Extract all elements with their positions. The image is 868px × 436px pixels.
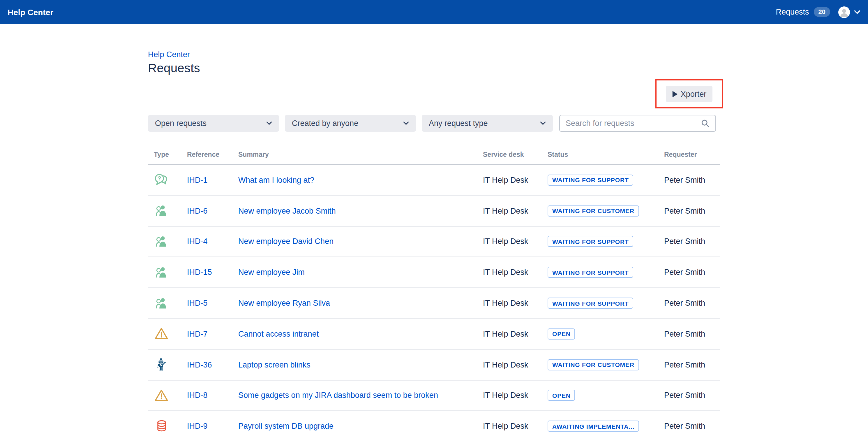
request-reference-link[interactable]: IHD-5 bbox=[187, 299, 208, 308]
warning-icon bbox=[153, 326, 170, 342]
request-requester: Peter Smith bbox=[664, 176, 705, 184]
column-header-summary: Summary bbox=[238, 151, 269, 158]
filter-created-by-dropdown[interactable]: Created by anyone bbox=[285, 115, 416, 132]
app-title: Help Center bbox=[7, 7, 53, 17]
filter-request-type-dropdown[interactable]: Any request type bbox=[422, 115, 553, 132]
request-status-badge: OPEN bbox=[548, 328, 575, 340]
database-icon bbox=[153, 418, 170, 434]
request-reference-link[interactable]: IHD-7 bbox=[187, 330, 208, 338]
request-service-desk: IT Help Desk bbox=[483, 237, 528, 246]
request-requester: Peter Smith bbox=[664, 330, 705, 338]
request-row: IHD-4 New employee David Chen IT Help De… bbox=[148, 227, 720, 257]
user-avatar[interactable] bbox=[838, 6, 850, 18]
person-icon bbox=[838, 6, 850, 18]
request-reference-link[interactable]: IHD-36 bbox=[187, 360, 212, 369]
request-summary-link[interactable]: New employee David Chen bbox=[238, 237, 334, 246]
request-reference-link[interactable]: IHD-4 bbox=[187, 237, 208, 246]
column-header-requester: Requester bbox=[664, 151, 697, 158]
request-summary-link[interactable]: Some gadgets on my JIRA dashboard seem t… bbox=[238, 391, 438, 400]
request-requester: Peter Smith bbox=[664, 237, 705, 246]
request-row: IHD-36 Laptop screen blinks IT Help Desk… bbox=[148, 350, 720, 381]
request-status-badge: WAITING FOR SUPPORT bbox=[548, 267, 633, 278]
search-icon bbox=[701, 119, 710, 128]
request-row: ? IHD-1 What am I looking at? IT Help De… bbox=[148, 165, 720, 196]
request-status-cell: AWAITING IMPLEMENTA... bbox=[548, 421, 639, 432]
filter-request-type-value: Any request type bbox=[429, 119, 488, 128]
requests-table: Type Reference Summary Service desk Stat… bbox=[148, 143, 720, 436]
filter-open-requests-value: Open requests bbox=[155, 119, 207, 128]
request-status-cell: WAITING FOR CUSTOMER bbox=[548, 359, 639, 370]
request-row: IHD-9 Payroll system DB upgrade IT Help … bbox=[148, 411, 720, 436]
request-summary-link[interactable]: Payroll system DB upgrade bbox=[238, 422, 334, 431]
request-status-cell: OPEN bbox=[548, 390, 575, 401]
filter-open-requests-dropdown[interactable]: Open requests bbox=[148, 115, 279, 132]
request-row: IHD-15 New employee Jim IT Help Desk WAI… bbox=[148, 257, 720, 288]
request-service-desk: IT Help Desk bbox=[483, 391, 528, 400]
xporter-label: Xporter bbox=[681, 89, 707, 98]
request-requester: Peter Smith bbox=[664, 422, 705, 431]
nav-requests-label: Requests bbox=[776, 7, 809, 16]
request-summary-link[interactable]: New employee Jim bbox=[238, 268, 305, 277]
request-reference-link[interactable]: IHD-8 bbox=[187, 391, 208, 400]
request-status-cell: WAITING FOR SUPPORT bbox=[548, 236, 633, 247]
request-status-badge: OPEN bbox=[548, 390, 575, 401]
column-header-service-desk: Service desk bbox=[483, 151, 524, 158]
request-status-badge: WAITING FOR CUSTOMER bbox=[548, 359, 639, 370]
user-menu-chevron-icon[interactable] bbox=[854, 10, 861, 14]
request-row: IHD-5 New employee Ryan Silva IT Help De… bbox=[148, 288, 720, 319]
column-header-type: Type bbox=[154, 151, 169, 158]
column-header-status: Status bbox=[548, 151, 568, 158]
warning-icon bbox=[153, 388, 170, 403]
top-navbar: Help Center Requests 20 bbox=[0, 0, 868, 24]
request-service-desk: IT Help Desk bbox=[483, 360, 528, 369]
team-icon bbox=[153, 203, 170, 219]
table-body: ? IHD-1 What am I looking at? IT Help De… bbox=[148, 165, 720, 436]
request-status-badge: WAITING FOR SUPPORT bbox=[548, 175, 633, 186]
request-row: IHD-7 Cannot access intranet IT Help Des… bbox=[148, 319, 720, 350]
request-service-desk: IT Help Desk bbox=[483, 176, 528, 184]
request-reference-link[interactable]: IHD-9 bbox=[187, 422, 208, 431]
request-summary-link[interactable]: What am I looking at? bbox=[238, 176, 314, 184]
request-service-desk: IT Help Desk bbox=[483, 268, 528, 277]
request-reference-link[interactable]: IHD-1 bbox=[187, 176, 208, 184]
request-reference-link[interactable]: IHD-6 bbox=[187, 206, 208, 215]
question-bubbles-icon: ? bbox=[153, 172, 170, 188]
request-requester: Peter Smith bbox=[664, 206, 705, 215]
xporter-button[interactable]: Xporter bbox=[666, 86, 712, 102]
search-input[interactable] bbox=[566, 119, 697, 128]
team-icon bbox=[153, 234, 170, 250]
search-requests-field[interactable] bbox=[559, 115, 716, 132]
request-summary-link[interactable]: Laptop screen blinks bbox=[238, 360, 310, 369]
breadcrumb-help-center-link[interactable]: Help Center bbox=[148, 50, 190, 59]
nav-requests-link[interactable]: Requests 20 bbox=[776, 7, 830, 17]
chevron-down-icon bbox=[540, 121, 546, 125]
navbar-right-cluster: Requests 20 bbox=[776, 6, 861, 18]
help-center-screen: Help Center Requests 20 Help Center Requ… bbox=[0, 0, 868, 436]
request-service-desk: IT Help Desk bbox=[483, 206, 528, 215]
request-reference-link[interactable]: IHD-15 bbox=[187, 268, 212, 277]
request-requester: Peter Smith bbox=[664, 391, 705, 400]
request-status-badge: WAITING FOR SUPPORT bbox=[548, 236, 633, 247]
request-row: IHD-6 New employee Jacob Smith IT Help D… bbox=[148, 196, 720, 227]
svg-text:?: ? bbox=[158, 175, 161, 182]
request-summary-link[interactable]: Cannot access intranet bbox=[238, 330, 319, 338]
page-title: Requests bbox=[148, 61, 200, 75]
chevron-down-icon bbox=[403, 121, 409, 125]
request-status-cell: WAITING FOR SUPPORT bbox=[548, 297, 633, 309]
requests-count-badge: 20 bbox=[814, 7, 830, 17]
request-status-cell: OPEN bbox=[548, 328, 575, 340]
request-summary-link[interactable]: New employee Ryan Silva bbox=[238, 299, 330, 308]
team-icon bbox=[153, 265, 170, 280]
chevron-down-icon bbox=[266, 121, 272, 125]
request-status-badge: WAITING FOR SUPPORT bbox=[548, 297, 633, 309]
table-header-row: Type Reference Summary Service desk Stat… bbox=[148, 143, 720, 165]
main-content: Help Center Requests Xporter Open reques… bbox=[148, 24, 720, 436]
play-icon bbox=[672, 90, 678, 98]
request-requester: Peter Smith bbox=[664, 360, 705, 369]
request-status-cell: WAITING FOR SUPPORT bbox=[548, 267, 633, 278]
request-summary-link[interactable]: New employee Jacob Smith bbox=[238, 206, 336, 215]
request-service-desk: IT Help Desk bbox=[483, 330, 528, 338]
request-requester: Peter Smith bbox=[664, 299, 705, 308]
filter-created-by-value: Created by anyone bbox=[292, 119, 358, 128]
request-row: IHD-8 Some gadgets on my JIRA dashboard … bbox=[148, 380, 720, 411]
